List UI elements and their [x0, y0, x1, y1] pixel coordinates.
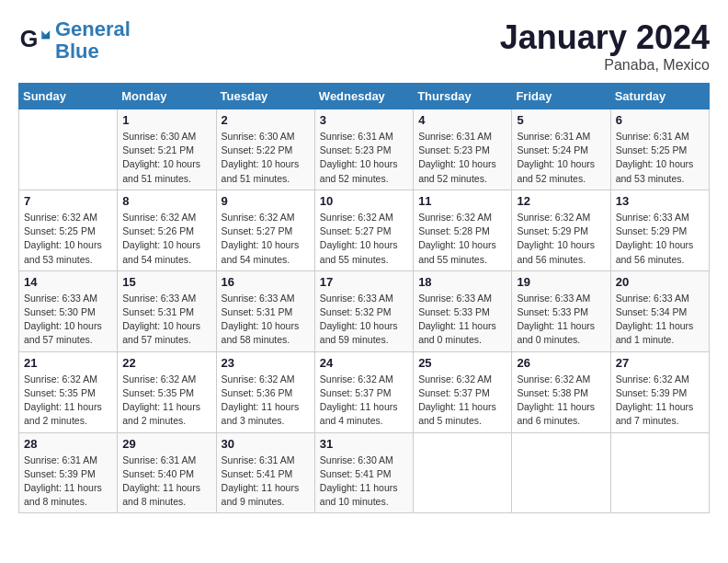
day-number: 26	[517, 356, 605, 370]
calendar-cell: 30Sunrise: 6:31 AM Sunset: 5:41 PM Dayli…	[216, 432, 314, 513]
day-number: 20	[616, 275, 704, 289]
logo-line1: General	[55, 17, 131, 40]
day-info: Sunrise: 6:30 AM Sunset: 5:22 PM Dayligh…	[222, 130, 310, 186]
day-info: Sunrise: 6:32 AM Sunset: 5:36 PM Dayligh…	[222, 373, 310, 429]
day-info: Sunrise: 6:31 AM Sunset: 5:23 PM Dayligh…	[418, 130, 506, 186]
day-number: 22	[122, 356, 210, 370]
logo: G General Blue	[18, 18, 131, 63]
day-number: 8	[122, 194, 210, 208]
calendar-cell: 23Sunrise: 6:32 AM Sunset: 5:36 PM Dayli…	[216, 351, 314, 432]
day-number: 19	[517, 275, 605, 289]
day-number: 21	[24, 356, 112, 370]
logo-icon: G	[18, 24, 51, 57]
day-info: Sunrise: 6:32 AM Sunset: 5:38 PM Dayligh…	[517, 373, 605, 429]
week-row-4: 21Sunrise: 6:32 AM Sunset: 5:35 PM Dayli…	[19, 351, 710, 432]
calendar-cell: 22Sunrise: 6:32 AM Sunset: 5:35 PM Dayli…	[118, 351, 216, 432]
calendar-cell: 10Sunrise: 6:32 AM Sunset: 5:27 PM Dayli…	[314, 190, 413, 270]
logo-line2: Blue	[55, 40, 99, 63]
day-info: Sunrise: 6:33 AM Sunset: 5:33 PM Dayligh…	[418, 292, 506, 348]
weekday-friday: Friday	[512, 84, 610, 109]
day-info: Sunrise: 6:31 AM Sunset: 5:24 PM Dayligh…	[517, 130, 605, 186]
day-number: 5	[517, 113, 605, 127]
day-number: 15	[122, 275, 210, 289]
week-row-5: 28Sunrise: 6:31 AM Sunset: 5:39 PM Dayli…	[19, 432, 710, 513]
day-number: 7	[24, 194, 112, 208]
weekday-monday: Monday	[118, 84, 216, 109]
day-info: Sunrise: 6:33 AM Sunset: 5:30 PM Dayligh…	[24, 292, 112, 348]
weekday-thursday: Thursday	[414, 84, 512, 109]
day-number: 1	[122, 113, 210, 127]
week-row-2: 7Sunrise: 6:32 AM Sunset: 5:25 PM Daylig…	[19, 190, 710, 270]
day-number: 6	[616, 113, 704, 127]
calendar-cell	[512, 432, 610, 513]
week-row-1: 1Sunrise: 6:30 AM Sunset: 5:21 PM Daylig…	[19, 109, 710, 190]
calendar-cell: 31Sunrise: 6:30 AM Sunset: 5:41 PM Dayli…	[314, 432, 413, 513]
day-info: Sunrise: 6:33 AM Sunset: 5:29 PM Dayligh…	[616, 211, 704, 267]
day-number: 13	[616, 194, 704, 208]
page-header: G General Blue January 2024 Panaba, Mexi…	[18, 18, 710, 74]
logo-text: General Blue	[55, 18, 131, 63]
calendar-cell: 18Sunrise: 6:33 AM Sunset: 5:33 PM Dayli…	[414, 270, 512, 351]
calendar-cell: 15Sunrise: 6:33 AM Sunset: 5:31 PM Dayli…	[118, 270, 216, 351]
calendar-header: SundayMondayTuesdayWednesdayThursdayFrid…	[19, 84, 710, 109]
day-number: 3	[320, 113, 408, 127]
day-number: 24	[320, 356, 408, 370]
calendar-cell: 3Sunrise: 6:31 AM Sunset: 5:23 PM Daylig…	[314, 109, 413, 190]
day-info: Sunrise: 6:31 AM Sunset: 5:23 PM Dayligh…	[320, 130, 408, 186]
calendar-cell: 8Sunrise: 6:32 AM Sunset: 5:26 PM Daylig…	[118, 190, 216, 270]
day-info: Sunrise: 6:33 AM Sunset: 5:33 PM Dayligh…	[517, 292, 605, 348]
calendar-cell: 25Sunrise: 6:32 AM Sunset: 5:37 PM Dayli…	[414, 351, 512, 432]
day-number: 10	[320, 194, 408, 208]
day-info: Sunrise: 6:31 AM Sunset: 5:25 PM Dayligh…	[616, 130, 704, 186]
calendar-cell: 5Sunrise: 6:31 AM Sunset: 5:24 PM Daylig…	[512, 109, 610, 190]
calendar-cell: 27Sunrise: 6:32 AM Sunset: 5:39 PM Dayli…	[610, 351, 709, 432]
day-info: Sunrise: 6:32 AM Sunset: 5:29 PM Dayligh…	[517, 211, 605, 267]
calendar-cell: 21Sunrise: 6:32 AM Sunset: 5:35 PM Dayli…	[19, 351, 118, 432]
calendar-cell: 24Sunrise: 6:32 AM Sunset: 5:37 PM Dayli…	[314, 351, 413, 432]
day-info: Sunrise: 6:32 AM Sunset: 5:37 PM Dayligh…	[320, 373, 408, 429]
day-info: Sunrise: 6:32 AM Sunset: 5:37 PM Dayligh…	[418, 373, 506, 429]
calendar-cell: 13Sunrise: 6:33 AM Sunset: 5:29 PM Dayli…	[610, 190, 709, 270]
day-info: Sunrise: 6:32 AM Sunset: 5:35 PM Dayligh…	[24, 373, 112, 429]
calendar-cell: 2Sunrise: 6:30 AM Sunset: 5:22 PM Daylig…	[216, 109, 314, 190]
day-number: 29	[122, 437, 210, 451]
day-info: Sunrise: 6:33 AM Sunset: 5:31 PM Dayligh…	[222, 292, 310, 348]
day-info: Sunrise: 6:31 AM Sunset: 5:40 PM Dayligh…	[122, 454, 210, 510]
calendar-cell	[19, 109, 118, 190]
calendar-cell: 16Sunrise: 6:33 AM Sunset: 5:31 PM Dayli…	[216, 270, 314, 351]
day-info: Sunrise: 6:31 AM Sunset: 5:41 PM Dayligh…	[222, 454, 310, 510]
weekday-saturday: Saturday	[610, 84, 709, 109]
day-info: Sunrise: 6:32 AM Sunset: 5:28 PM Dayligh…	[418, 211, 506, 267]
day-info: Sunrise: 6:33 AM Sunset: 5:32 PM Dayligh…	[320, 292, 408, 348]
title-block: January 2024 Panaba, Mexico	[500, 18, 710, 74]
calendar-cell: 20Sunrise: 6:33 AM Sunset: 5:34 PM Dayli…	[610, 270, 709, 351]
day-number: 25	[418, 356, 506, 370]
weekday-row: SundayMondayTuesdayWednesdayThursdayFrid…	[19, 84, 710, 109]
calendar-cell: 19Sunrise: 6:33 AM Sunset: 5:33 PM Dayli…	[512, 270, 610, 351]
day-number: 31	[320, 437, 408, 451]
day-number: 12	[517, 194, 605, 208]
calendar-cell: 7Sunrise: 6:32 AM Sunset: 5:25 PM Daylig…	[19, 190, 118, 270]
weekday-sunday: Sunday	[19, 84, 118, 109]
day-info: Sunrise: 6:32 AM Sunset: 5:25 PM Dayligh…	[24, 211, 112, 267]
day-number: 11	[418, 194, 506, 208]
weekday-wednesday: Wednesday	[314, 84, 413, 109]
calendar-cell: 26Sunrise: 6:32 AM Sunset: 5:38 PM Dayli…	[512, 351, 610, 432]
day-number: 28	[24, 437, 112, 451]
calendar-cell	[414, 432, 512, 513]
day-info: Sunrise: 6:30 AM Sunset: 5:21 PM Dayligh…	[122, 130, 210, 186]
calendar-cell: 12Sunrise: 6:32 AM Sunset: 5:29 PM Dayli…	[512, 190, 610, 270]
day-number: 16	[222, 275, 310, 289]
day-number: 14	[24, 275, 112, 289]
day-number: 23	[222, 356, 310, 370]
calendar-cell: 11Sunrise: 6:32 AM Sunset: 5:28 PM Dayli…	[414, 190, 512, 270]
week-row-3: 14Sunrise: 6:33 AM Sunset: 5:30 PM Dayli…	[19, 270, 710, 351]
day-number: 27	[616, 356, 704, 370]
day-number: 18	[418, 275, 506, 289]
calendar-cell: 6Sunrise: 6:31 AM Sunset: 5:25 PM Daylig…	[610, 109, 709, 190]
day-number: 4	[418, 113, 506, 127]
day-info: Sunrise: 6:31 AM Sunset: 5:39 PM Dayligh…	[24, 454, 112, 510]
calendar-cell: 1Sunrise: 6:30 AM Sunset: 5:21 PM Daylig…	[118, 109, 216, 190]
day-info: Sunrise: 6:32 AM Sunset: 5:27 PM Dayligh…	[320, 211, 408, 267]
day-info: Sunrise: 6:33 AM Sunset: 5:34 PM Dayligh…	[616, 292, 704, 348]
